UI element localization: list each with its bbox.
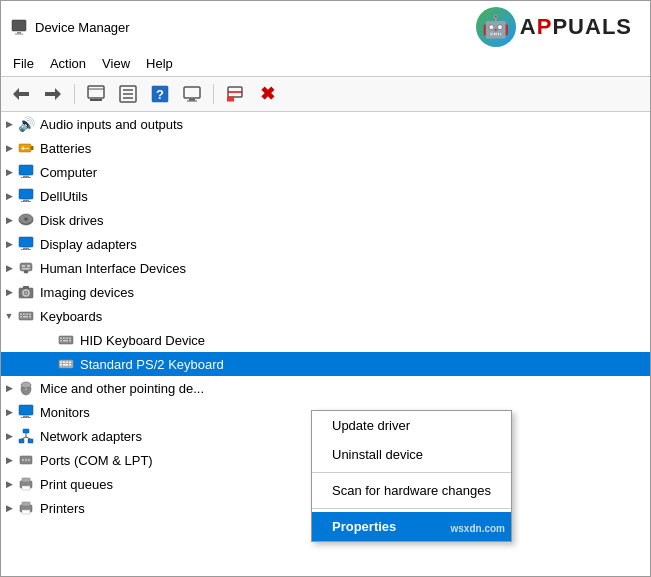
svg-rect-73	[21, 417, 31, 418]
svg-rect-50	[23, 316, 28, 318]
expander-keyboards[interactable]	[1, 308, 17, 324]
tree-item-hid-keyboard[interactable]: HID Keyboard Device	[1, 328, 650, 352]
expander-mice[interactable]	[1, 380, 17, 396]
ctx-update-driver[interactable]: Update driver	[312, 411, 511, 440]
expander-computer[interactable]	[1, 164, 17, 180]
expander-imaging[interactable]	[1, 284, 17, 300]
forward-button[interactable]	[39, 81, 67, 107]
toolbar-showbig[interactable]	[82, 81, 110, 107]
toolbar-help[interactable]: ?	[146, 81, 174, 107]
svg-rect-7	[90, 99, 102, 101]
context-menu: Update driver Uninstall device Scan for …	[311, 410, 512, 542]
svg-rect-57	[60, 340, 62, 342]
ctx-separator	[312, 472, 511, 473]
label-network: Network adapters	[40, 429, 142, 444]
icon-print-queues	[17, 475, 35, 493]
menu-view[interactable]: View	[94, 53, 138, 74]
expander-dellutils[interactable]	[1, 188, 17, 204]
label-mice: Mice and other pointing de...	[40, 381, 204, 396]
label-disk: Disk drives	[40, 213, 104, 228]
toolbar-remove[interactable]: ✖	[253, 81, 281, 107]
icon-hid-keyboard	[57, 331, 75, 349]
svg-rect-63	[66, 362, 68, 364]
label-monitors: Monitors	[40, 405, 90, 420]
expander-printers[interactable]	[1, 500, 17, 516]
svg-rect-54	[63, 338, 65, 340]
tree-item-imaging[interactable]: Imaging devices	[1, 280, 650, 304]
svg-rect-32	[19, 237, 33, 247]
expander-display[interactable]	[1, 236, 17, 252]
svg-rect-45	[20, 314, 22, 316]
expander-network[interactable]	[1, 428, 17, 444]
svg-rect-66	[63, 364, 68, 366]
svg-rect-85	[22, 478, 30, 482]
label-computer: Computer	[40, 165, 97, 180]
svg-rect-75	[19, 439, 24, 443]
expander-monitors[interactable]	[1, 404, 17, 420]
expander-print-queues[interactable]	[1, 476, 17, 492]
tree-item-disk[interactable]: Disk drives	[1, 208, 650, 232]
svg-rect-23	[19, 165, 33, 175]
svg-rect-48	[29, 314, 31, 316]
expander-audio[interactable]	[1, 116, 17, 132]
menu-help[interactable]: Help	[138, 53, 181, 74]
toolbar-scan-icon[interactable]	[221, 81, 249, 107]
svg-line-79	[26, 437, 31, 439]
svg-point-70	[21, 382, 31, 388]
svg-rect-33	[23, 248, 29, 250]
svg-rect-61	[60, 362, 62, 364]
tree-item-keyboards[interactable]: Keyboards	[1, 304, 650, 328]
ctx-uninstall-device[interactable]: Uninstall device	[312, 440, 511, 469]
svg-point-81	[22, 459, 24, 461]
svg-rect-55	[66, 338, 68, 340]
label-hid: Human Interface Devices	[40, 261, 186, 276]
svg-point-83	[28, 459, 30, 461]
toolbar-monitor[interactable]	[178, 81, 206, 107]
svg-point-82	[25, 459, 27, 461]
tree-item-audio[interactable]: 🔊 Audio inputs and outputs	[1, 112, 650, 136]
svg-rect-65	[60, 364, 62, 366]
svg-rect-56	[69, 338, 71, 340]
ctx-scan-hardware[interactable]: Scan for hardware changes	[312, 476, 511, 505]
toolbar: ? ✖	[1, 77, 650, 112]
svg-rect-2	[15, 34, 23, 35]
label-print-queues: Print queues	[40, 477, 113, 492]
svg-rect-14	[184, 87, 200, 98]
expander-disk[interactable]	[1, 212, 17, 228]
icon-dellutils	[17, 187, 35, 205]
toolbar-sep-1	[74, 84, 75, 104]
svg-point-87	[29, 483, 31, 485]
content-area: 🔊 Audio inputs and outputs +− Batteries	[1, 112, 650, 576]
svg-point-43	[25, 292, 28, 295]
tree-item-batteries[interactable]: +− Batteries	[1, 136, 650, 160]
svg-rect-74	[23, 429, 29, 433]
svg-line-78	[22, 437, 27, 439]
label-dellutils: DellUtils	[40, 189, 88, 204]
expander-hid[interactable]	[1, 260, 17, 276]
svg-marker-4	[45, 88, 61, 100]
back-button[interactable]	[7, 81, 35, 107]
svg-rect-53	[60, 338, 62, 340]
tree-item-dellutils[interactable]: DellUtils	[1, 184, 650, 208]
svg-rect-59	[69, 340, 71, 342]
svg-rect-46	[23, 314, 25, 316]
menu-action[interactable]: Action	[42, 53, 94, 74]
label-keyboards: Keyboards	[40, 309, 102, 324]
expander-ports[interactable]	[1, 452, 17, 468]
tree-item-ps2-keyboard[interactable]: Standard PS/2 Keyboard	[1, 352, 650, 376]
toolbar-sep-2	[213, 84, 214, 104]
tree-item-display[interactable]: Display adapters	[1, 232, 650, 256]
tree-item-mice[interactable]: Mice and other pointing de...	[1, 376, 650, 400]
menu-file[interactable]: File	[5, 53, 42, 74]
icon-imaging	[17, 283, 35, 301]
icon-keyboards	[17, 307, 35, 325]
svg-rect-21	[31, 146, 34, 150]
expander-batteries[interactable]	[1, 140, 17, 156]
ctx-properties[interactable]: Properties wsxdn.com	[312, 512, 511, 541]
svg-rect-62	[63, 362, 65, 364]
icon-audio: 🔊	[17, 115, 35, 133]
tree-item-hid[interactable]: Human Interface Devices	[1, 256, 650, 280]
toolbar-list[interactable]	[114, 81, 142, 107]
tree-item-computer[interactable]: Computer	[1, 160, 650, 184]
svg-point-31	[24, 218, 28, 221]
